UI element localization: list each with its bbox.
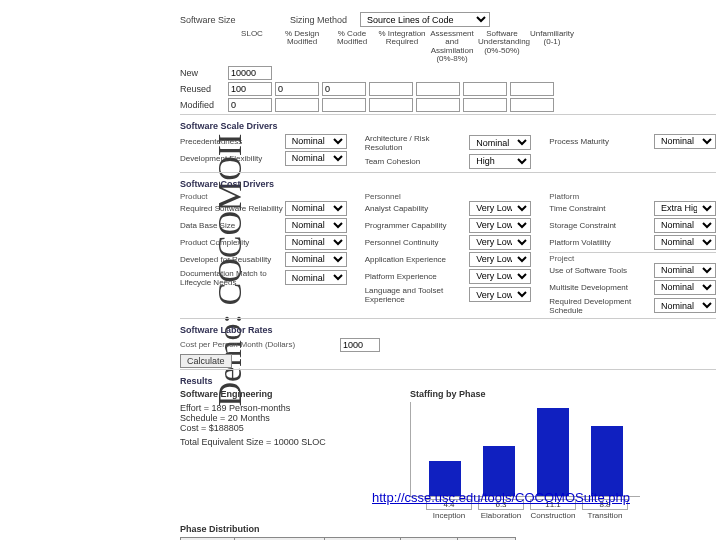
modified-sloc-input[interactable] (228, 98, 272, 112)
calculate-button[interactable]: Calculate (180, 354, 232, 368)
apex-select[interactable]: Very Low (469, 252, 531, 267)
docu-select[interactable]: Nominal (285, 270, 347, 285)
platform-heading: Platform (549, 192, 716, 201)
results-heading: Results (180, 376, 716, 386)
prec-select[interactable]: Nominal (285, 134, 347, 149)
effort-text: Effort = 189 Person-months (180, 403, 370, 413)
staffing-chart (410, 402, 640, 497)
labor-rates-heading: Software Labor Rates (180, 325, 716, 335)
stor-select[interactable]: Nominal (654, 218, 716, 233)
modified-label: Modified (180, 100, 228, 110)
stor-label: Storage Constraint (549, 221, 654, 230)
reused-unfm-input[interactable] (510, 82, 554, 96)
acap-label: Analyst Capability (365, 204, 470, 213)
modified-aa-input[interactable] (416, 98, 460, 112)
sizing-method-select[interactable]: Source Lines of Code (360, 12, 490, 27)
reused-dm-input[interactable] (275, 82, 319, 96)
docu-label: Documentation Match to Lifecycle Needs (180, 269, 285, 287)
team-select[interactable]: High (469, 154, 531, 169)
modified-ir-input[interactable] (369, 98, 413, 112)
phase-table: Phase Effort (Person-months) Schedule (M… (180, 537, 516, 540)
sloc-row-new: New (180, 66, 716, 80)
schedule-text: Schedule = 20 Months (180, 413, 370, 423)
ltex-select[interactable]: Very Low (469, 287, 531, 302)
reused-cm-input[interactable] (322, 82, 366, 96)
sloc-row-modified: Modified (180, 98, 716, 112)
bar-transition (591, 426, 623, 496)
modified-cm-input[interactable] (322, 98, 366, 112)
bar-cat-3: Construction (530, 511, 576, 520)
site-select[interactable]: Nominal (654, 280, 716, 295)
col-su: Software Understanding (0%-50%) (478, 30, 526, 64)
time-label: Time Constraint (549, 204, 654, 213)
tool-select[interactable]: Nominal (654, 263, 716, 278)
acap-select[interactable]: Very Low (469, 201, 531, 216)
ruse-select[interactable]: Nominal (285, 252, 347, 267)
site-label: Multisite Development (549, 283, 654, 292)
data-select[interactable]: Nominal (285, 218, 347, 233)
reused-label: Reused (180, 84, 228, 94)
arch-select[interactable]: Nominal (469, 135, 531, 150)
bar-cat-4: Transition (582, 511, 628, 520)
cplx-label: Product Complexity (180, 238, 285, 247)
tool-label: Use of Software Tools (549, 266, 654, 275)
reused-ir-input[interactable] (369, 82, 413, 96)
sced-select[interactable]: Nominal (654, 298, 716, 313)
new-label: New (180, 68, 228, 78)
pcap-select[interactable]: Very Low (469, 218, 531, 233)
bar-elaboration (483, 446, 515, 496)
results-subheading: Software Engineering (180, 389, 370, 399)
new-sloc-input[interactable] (228, 66, 272, 80)
bar-construction (537, 408, 569, 496)
col-integ: % Integration Required (378, 30, 426, 64)
plex-label: Platform Experience (365, 272, 470, 281)
modified-dm-input[interactable] (275, 98, 319, 112)
rely-label: Required Software Reliability (180, 204, 285, 213)
time-select[interactable]: Extra High (654, 201, 716, 216)
arch-label: Architecture / Risk Resolution (365, 134, 470, 152)
project-heading: Project (549, 254, 716, 263)
flex-select[interactable]: Nominal (285, 151, 347, 166)
reused-su-input[interactable] (463, 82, 507, 96)
flex-label: Development Flexibility (180, 154, 285, 163)
pvol-select[interactable]: Nominal (654, 235, 716, 250)
data-label: Data Base Size (180, 221, 285, 230)
pcon-select[interactable]: Very Low (469, 235, 531, 250)
phase-dist-heading: Phase Distribution (180, 524, 716, 534)
staffing-heading: Staffing by Phase (410, 389, 640, 399)
pmat-label: Process Maturity (549, 137, 654, 146)
cost-pm-label: Cost per Person-Month (Dollars) (180, 340, 340, 349)
bar-cat-1: Inception (426, 511, 472, 520)
sizing-method-label: Sizing Method (290, 15, 360, 25)
product-heading: Product (180, 192, 347, 201)
col-unfam: Unfamiliarity (0-1) (528, 30, 576, 64)
pmat-select[interactable]: Nominal (654, 134, 716, 149)
cocomo-form: Software Size Sizing Method Source Lines… (180, 12, 716, 540)
pcap-label: Programmer Capability (365, 221, 470, 230)
software-size-label: Software Size (180, 15, 290, 25)
col-assess: Assessment and Assimilation (0%-8%) (428, 30, 476, 64)
col-design: % Design Modified (278, 30, 326, 64)
rely-select[interactable]: Nominal (285, 201, 347, 216)
plex-select[interactable]: Very Low (469, 269, 531, 284)
cost-pm-input[interactable] (340, 338, 380, 352)
bar-cat-2: Elaboration (478, 511, 524, 520)
sced-label: Required Development Schedule (549, 297, 654, 315)
ltex-label: Language and Toolset Experience (365, 286, 470, 304)
col-code: % Code Modified (328, 30, 376, 64)
scale-drivers-heading: Software Scale Drivers (180, 121, 716, 131)
team-label: Team Cohesion (365, 157, 470, 166)
modified-unfm-input[interactable] (510, 98, 554, 112)
cost-drivers-heading: Software Cost Drivers (180, 179, 716, 189)
reused-aa-input[interactable] (416, 82, 460, 96)
modified-su-input[interactable] (463, 98, 507, 112)
col-sloc: SLOC (228, 30, 276, 64)
pvol-label: Platform Volatility (549, 238, 654, 247)
personnel-heading: Personnel (365, 192, 532, 201)
cocomo-url-link[interactable]: http://csse.usc.edu/tools/COCOMOSuite.ph… (372, 490, 630, 505)
cplx-select[interactable]: Nominal (285, 235, 347, 250)
ruse-label: Developed for Reusability (180, 255, 285, 264)
equiv-size-text: Total Equivalent Size = 10000 SLOC (180, 437, 370, 447)
apex-label: Application Experience (365, 255, 470, 264)
reused-sloc-input[interactable] (228, 82, 272, 96)
